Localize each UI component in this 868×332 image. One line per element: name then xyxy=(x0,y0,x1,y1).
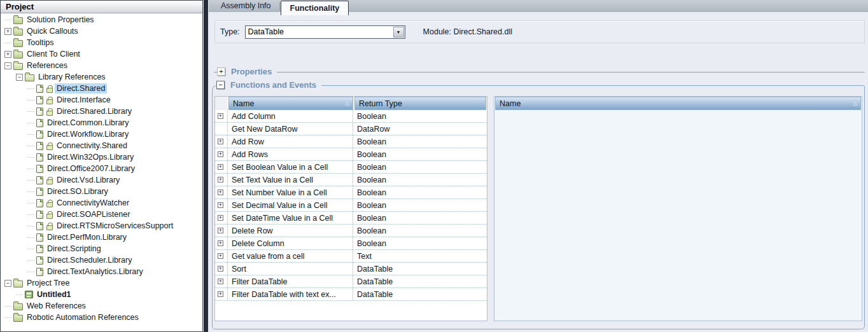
events-column-header-name[interactable]: Name △ xyxy=(495,97,861,110)
function-row[interactable]: +Add RowBoolean xyxy=(215,135,487,148)
library-page-icon xyxy=(36,153,43,162)
tree-item[interactable]: Direct.SO.Library xyxy=(1,186,202,197)
function-row[interactable]: +Set Decimal Value in a CellBoolean xyxy=(215,199,487,212)
tree-item-label: Client To Client xyxy=(25,49,82,59)
tree-connector-line xyxy=(27,123,34,123)
tree-expand-icon[interactable]: + xyxy=(4,28,11,35)
column-header-name[interactable]: Name △ xyxy=(228,97,353,110)
row-expand-icon[interactable]: + xyxy=(218,164,223,170)
tree-connector-line xyxy=(27,134,34,135)
function-row[interactable]: +Delete RowBoolean xyxy=(215,225,487,237)
tree-expand-icon[interactable]: + xyxy=(4,51,11,58)
tree-item[interactable]: Direct.Scheduler.Library xyxy=(1,254,202,266)
function-return-type-cell: Boolean xyxy=(353,199,487,211)
tree-item[interactable]: Direct.TextAnalytics.Library xyxy=(1,266,202,277)
tree-collapse-icon[interactable]: − xyxy=(16,74,23,81)
function-name-cell: Set Boolean Value in a Cell xyxy=(228,161,353,173)
function-name-cell: Get New DataRow xyxy=(228,123,353,135)
tree-collapse-icon[interactable]: − xyxy=(4,280,11,287)
row-expand-icon[interactable]: + xyxy=(218,291,223,297)
row-expand-icon[interactable]: + xyxy=(218,113,223,119)
function-row[interactable]: +Get value from a cellText xyxy=(215,250,487,263)
tree-item[interactable]: Connectivity.Shared xyxy=(1,140,202,151)
function-row[interactable]: +Delete ColumnBoolean xyxy=(215,237,487,250)
row-expand-icon[interactable]: + xyxy=(218,279,223,284)
combobox-dropdown-icon[interactable]: ▼ xyxy=(393,27,404,38)
tree-item-label: Direct.Common.Library xyxy=(45,118,131,128)
row-expand-icon[interactable]: + xyxy=(218,240,223,246)
tree-item[interactable]: Robotic Automation References xyxy=(1,312,202,323)
folder-icon xyxy=(13,52,23,59)
tree-item[interactable]: Direct.Common.Library xyxy=(1,117,202,128)
project-tree: Solution Properties+Quick CalloutsToolti… xyxy=(1,14,202,331)
tree-item-label: Direct.Vsd.Library xyxy=(55,175,122,185)
function-name-cell: Filter DataTable xyxy=(228,275,353,287)
function-row[interactable]: +Filter DataTable with text ex...DataTab… xyxy=(215,288,487,301)
properties-section-line xyxy=(214,72,865,73)
tab-functionality[interactable]: Functionality xyxy=(281,1,349,15)
tree-item[interactable]: Direct.PerfMon.Library xyxy=(1,232,202,243)
tree-connector-line xyxy=(27,180,34,181)
tree-item[interactable]: Direct.Shared xyxy=(1,83,202,94)
tree-item[interactable]: Tooltips xyxy=(1,37,202,48)
function-row[interactable]: +Add RowsBoolean xyxy=(215,148,487,161)
tree-item[interactable]: Direct.Office2007.Library xyxy=(1,163,202,174)
row-expand-icon[interactable]: + xyxy=(218,215,223,221)
function-return-type-cell: DataRow xyxy=(353,123,487,135)
tree-item[interactable]: Direct.Scripting xyxy=(1,243,202,254)
tree-item[interactable]: Direct.Shared.Library xyxy=(1,106,202,117)
detail-panel: Assembly InfoFunctionality Type: DataTab… xyxy=(209,0,868,332)
function-row[interactable]: +Add ColumnBoolean xyxy=(215,110,487,123)
row-expand-icon[interactable]: + xyxy=(218,253,223,259)
tree-item[interactable]: −Project Tree xyxy=(1,277,202,289)
panel-splitter[interactable] xyxy=(204,0,208,332)
tree-item[interactable]: Direct.Workflow.Library xyxy=(1,128,202,140)
row-expand-icon[interactable]: + xyxy=(218,177,223,183)
tree-item[interactable]: Direct.Vsd.Library xyxy=(1,174,202,186)
row-expand-icon[interactable]: + xyxy=(218,228,223,233)
tree-item-label: Direct.TextAnalytics.Library xyxy=(45,266,145,277)
tree-item[interactable]: Direct.Interface xyxy=(1,94,202,106)
function-row[interactable]: +Set Boolean Value in a CellBoolean xyxy=(215,161,487,174)
function-return-type-cell: Boolean xyxy=(353,135,487,148)
tree-item-label: Direct.Scheduler.Library xyxy=(45,255,134,265)
tree-item[interactable]: +Quick Callouts xyxy=(1,25,202,37)
tree-item[interactable]: Solution Properties xyxy=(1,14,202,25)
tree-item[interactable]: Direct.RTSMicroServicesSupport xyxy=(1,220,202,232)
functions-collapse-icon[interactable]: − xyxy=(216,81,225,89)
tree-connector-line xyxy=(27,203,34,204)
function-row[interactable]: +Set DateTime Value in a CellBoolean xyxy=(215,212,487,225)
row-expand-icon[interactable]: + xyxy=(218,190,223,195)
function-row[interactable]: Get New DataRowDataRow xyxy=(215,123,487,135)
row-expand-icon[interactable]: + xyxy=(218,151,223,157)
tree-item[interactable]: Direct.SOAPListener xyxy=(1,209,202,220)
tree-item[interactable]: +Client To Client xyxy=(1,48,202,60)
tree-item[interactable]: Web References xyxy=(1,300,202,312)
tab-assembly-info[interactable]: Assembly Info xyxy=(213,0,279,12)
type-combobox[interactable]: DataTable ▼ xyxy=(245,25,405,39)
column-header-return-type[interactable]: Return Type xyxy=(354,97,486,110)
function-row[interactable]: +SortDataTable xyxy=(215,263,487,275)
tree-item[interactable]: −Library References xyxy=(1,71,202,83)
function-row[interactable]: +Set Text Value in a CellBoolean xyxy=(215,174,487,186)
tree-connector-line xyxy=(27,249,34,249)
tree-item-label: Untitled1 xyxy=(35,289,73,300)
tree-item-label: Web References xyxy=(25,301,88,311)
folder-icon xyxy=(13,29,23,36)
function-row[interactable]: +Filter DataTableDataTable xyxy=(215,275,487,288)
function-row[interactable]: +Set Number Value in a CellBoolean xyxy=(215,186,487,199)
library-page-icon xyxy=(36,119,43,127)
row-expand-icon[interactable]: + xyxy=(218,202,223,208)
tree-item-label: Direct.Shared xyxy=(55,83,107,93)
tree-collapse-icon[interactable]: − xyxy=(4,62,11,69)
tree-item[interactable]: ConnectivityWatcher xyxy=(1,197,202,209)
tree-item[interactable]: Direct.Win32Ops.Library xyxy=(1,151,202,163)
tree-item[interactable]: −References xyxy=(1,60,202,71)
function-name-cell: Filter DataTable with text ex... xyxy=(228,288,353,300)
properties-expand-icon[interactable]: + xyxy=(217,67,225,76)
tree-item[interactable]: Untitled1 xyxy=(1,289,202,300)
row-expand-icon[interactable]: + xyxy=(218,139,223,144)
row-expand-icon[interactable]: + xyxy=(218,266,223,272)
sort-ascending-icon: △ xyxy=(346,100,349,106)
row-expander-cell: + xyxy=(215,161,228,173)
